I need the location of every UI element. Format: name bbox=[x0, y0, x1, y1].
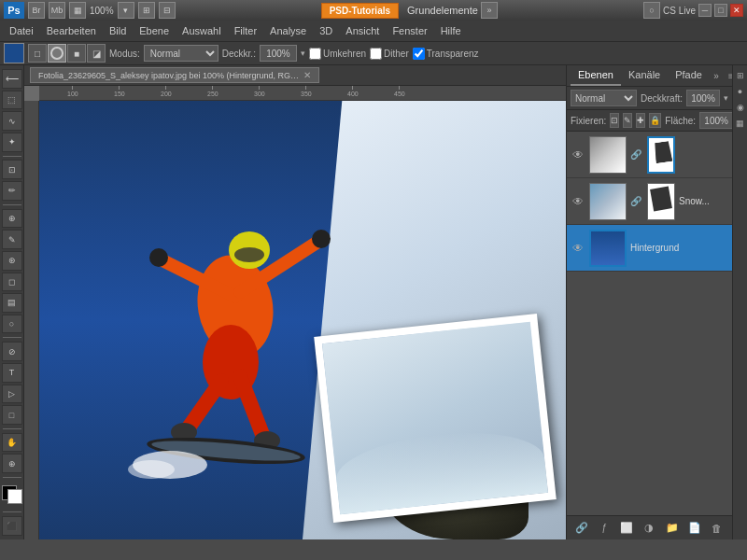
lock-label: Fixieren: bbox=[571, 116, 606, 126]
circle-brush-btn[interactable] bbox=[48, 44, 66, 63]
search-icon[interactable]: ○ bbox=[643, 2, 660, 19]
deckkraft-label: Deckkr.: bbox=[222, 49, 256, 59]
layer-item-top[interactable]: 👁 🔗 bbox=[567, 132, 732, 178]
layer-blend-row: Normal Deckkraft: ▾ bbox=[567, 87, 732, 110]
menu-fenster[interactable]: Fenster bbox=[387, 23, 432, 38]
layer-mask-snow bbox=[647, 183, 675, 220]
color-btn[interactable]: ◉ bbox=[734, 101, 747, 114]
foreground-color-swatch[interactable] bbox=[4, 43, 24, 63]
mb-button[interactable]: Mb bbox=[49, 2, 65, 19]
psd-tutorials-tab[interactable]: PSD-Tutorials bbox=[321, 3, 399, 19]
tool-separator-3 bbox=[3, 337, 21, 338]
custom-brush-btn[interactable]: ◪ bbox=[87, 44, 106, 63]
layer-blend-select[interactable]: Normal bbox=[571, 90, 637, 106]
crop-tool[interactable]: ⊡ bbox=[2, 160, 22, 179]
delete-layer-btn[interactable]: 🗑 bbox=[709, 520, 726, 537]
swatches-btn[interactable]: ▦ bbox=[734, 117, 747, 130]
lock-position-btn[interactable]: ✚ bbox=[636, 113, 645, 128]
view-select[interactable]: ▦ bbox=[69, 2, 86, 19]
square-brush-btn[interactable]: ■ bbox=[67, 44, 86, 63]
hand-tool[interactable]: ✋ bbox=[2, 433, 22, 453]
eraser-tool[interactable]: ◻ bbox=[2, 273, 22, 292]
app-title: Grundelemente bbox=[407, 5, 478, 16]
eyedropper-tool[interactable]: ✏ bbox=[2, 181, 22, 201]
gradient-tool[interactable]: ▤ bbox=[2, 293, 22, 313]
link-layers-btn[interactable]: 🔗 bbox=[573, 520, 590, 537]
document-tab[interactable]: Fotolia_23629605_S_aleksey ipatov.jpg be… bbox=[30, 67, 319, 83]
tab-kanaele[interactable]: Kanäle bbox=[621, 65, 668, 86]
close-button[interactable]: ✕ bbox=[730, 4, 743, 17]
layer-eye-hintergrund[interactable]: 👁 bbox=[571, 241, 585, 256]
canvas-content[interactable] bbox=[39, 101, 566, 539]
snowboarder-illustration bbox=[86, 119, 385, 493]
brush-tool[interactable]: ✎ bbox=[2, 230, 22, 249]
modus-select[interactable]: Normal bbox=[144, 45, 218, 62]
menu-hilfe[interactable]: Hilfe bbox=[435, 23, 467, 38]
extend-panel-btn[interactable]: » bbox=[481, 2, 498, 19]
lock-image-btn[interactable]: ✎ bbox=[623, 113, 632, 128]
options-bar: □ ■ ◪ Modus: Normal Deckkr.: ▾ Umkehren … bbox=[0, 41, 747, 65]
transparenz-checkbox[interactable] bbox=[413, 48, 425, 60]
dodge-tool[interactable]: ○ bbox=[2, 315, 22, 334]
lock-transparent-btn[interactable]: ⊡ bbox=[610, 113, 619, 128]
lock-all-btn[interactable]: 🔒 bbox=[649, 113, 661, 128]
menu-3d[interactable]: 3D bbox=[314, 23, 338, 38]
healing-tool[interactable]: ⊕ bbox=[2, 209, 22, 229]
menu-ebene[interactable]: Ebene bbox=[134, 23, 175, 38]
deckkraft-input[interactable] bbox=[260, 45, 297, 62]
ruler-left bbox=[24, 101, 39, 539]
new-group-btn[interactable]: 📁 bbox=[664, 520, 681, 537]
document-close-btn[interactable]: ✕ bbox=[303, 70, 311, 80]
opacity-arrow[interactable]: ▾ bbox=[724, 93, 728, 103]
menu-bearbeiten[interactable]: Bearbeiten bbox=[41, 23, 102, 38]
marquee-tool[interactable]: ⬚ bbox=[2, 91, 22, 110]
shape-tool[interactable]: □ bbox=[2, 405, 22, 425]
svg-point-6 bbox=[312, 230, 331, 248]
pen-tool[interactable]: ⊘ bbox=[2, 342, 22, 361]
minimize-button[interactable]: ─ bbox=[698, 4, 712, 17]
titlebar-left: Ps Br Mb ▦ 100% ▾ ⊞ ⊟ bbox=[4, 2, 176, 19]
brush-preset-btn[interactable]: ● bbox=[734, 85, 747, 98]
deckkraft-arrow[interactable]: ▾ bbox=[301, 49, 305, 58]
path-select-tool[interactable]: ▷ bbox=[2, 385, 22, 404]
add-style-btn[interactable]: ƒ bbox=[596, 520, 613, 537]
add-mask-btn[interactable]: ⬜ bbox=[618, 520, 635, 537]
normal-brush-btn[interactable]: □ bbox=[28, 44, 47, 63]
layout-btn[interactable]: ⊞ bbox=[138, 2, 155, 19]
menu-datei[interactable]: Datei bbox=[4, 23, 39, 38]
menu-ansicht[interactable]: Ansicht bbox=[340, 23, 385, 38]
menu-auswahl[interactable]: Auswahl bbox=[176, 23, 227, 38]
zoom-dropdown[interactable]: ▾ bbox=[118, 2, 134, 19]
fill-input[interactable] bbox=[699, 112, 733, 129]
layer-eye-snow[interactable]: 👁 bbox=[571, 194, 585, 209]
lasso-tool[interactable]: ∿ bbox=[2, 111, 22, 131]
menu-filter[interactable]: Filter bbox=[229, 23, 262, 38]
layer-item-snow[interactable]: 👁 🔗 Snow... bbox=[567, 178, 732, 225]
new-layer-btn[interactable]: 📄 bbox=[686, 520, 703, 537]
menu-bild[interactable]: Bild bbox=[104, 23, 132, 38]
menu-analyse[interactable]: Analyse bbox=[264, 23, 312, 38]
panel-collapse-btn[interactable]: » bbox=[710, 69, 723, 82]
layer-thumb-hintergrund bbox=[589, 230, 627, 267]
text-tool[interactable]: T bbox=[2, 363, 22, 383]
history-btn[interactable]: ⊞ bbox=[734, 69, 747, 82]
opacity-input[interactable] bbox=[686, 90, 720, 106]
move-tool[interactable]: ⟵ bbox=[2, 69, 22, 89]
magic-wand-tool[interactable]: ✦ bbox=[2, 133, 22, 152]
add-adjustment-btn[interactable]: ◑ bbox=[641, 520, 657, 537]
zoom-tool[interactable]: ⊕ bbox=[2, 454, 22, 473]
br-button[interactable]: Br bbox=[28, 2, 45, 19]
tab-ebenen[interactable]: Ebenen bbox=[571, 65, 621, 86]
layer-item-hintergrund[interactable]: 👁 Hintergrund bbox=[567, 225, 732, 272]
workspace-btn[interactable]: ⊟ bbox=[159, 2, 176, 19]
quick-mask-btn[interactable]: ⬛ bbox=[2, 516, 22, 536]
restore-button[interactable]: □ bbox=[714, 4, 727, 17]
color-swatches[interactable] bbox=[2, 485, 22, 504]
svg-point-4 bbox=[149, 248, 168, 267]
clone-tool[interactable]: ⊛ bbox=[2, 251, 22, 271]
dither-checkbox[interactable] bbox=[370, 48, 382, 60]
umkehren-checkbox[interactable] bbox=[309, 48, 321, 60]
layer-eye-top[interactable]: 👁 bbox=[571, 147, 585, 162]
tab-pfade[interactable]: Pfade bbox=[668, 65, 710, 86]
background-color[interactable] bbox=[7, 489, 22, 504]
